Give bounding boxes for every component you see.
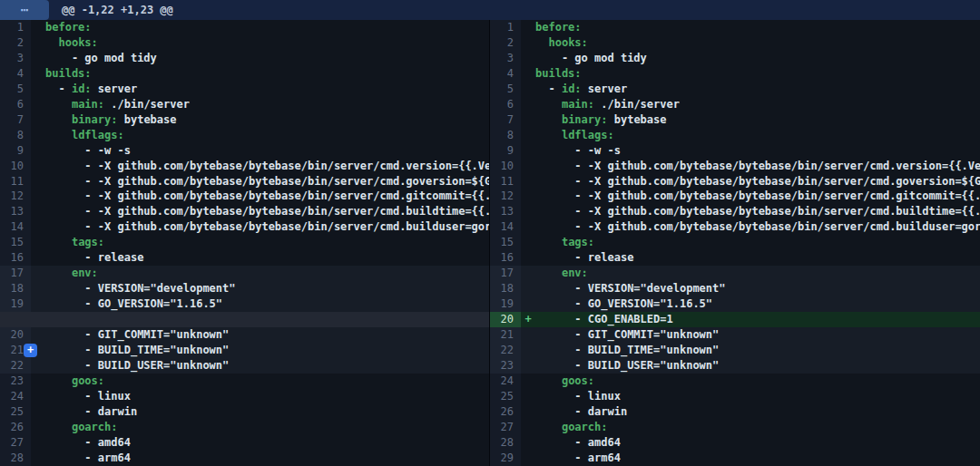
line-number[interactable]: 3 [490,51,521,66]
diff-marker [521,97,535,112]
line-number[interactable]: 14 [0,219,31,235]
diff-row: 26 goarch: [0,420,489,435]
line-number[interactable]: 17 [490,266,521,281]
line-number[interactable]: 12 [490,189,521,204]
code-line: - linux [535,389,980,404]
diff-row: 9 - -w -s [490,143,980,159]
line-number[interactable]: 23 [490,358,521,374]
line-number[interactable]: 1 [0,20,31,35]
line-number[interactable]: 21 [490,327,521,343]
diff-row: 2 hooks: [0,35,489,51]
line-number[interactable]: 15 [0,235,31,250]
code-line: - id: server [45,82,489,97]
add-comment-button[interactable]: + [24,344,37,357]
diff-marker [31,389,45,404]
code-line: env: [45,266,489,281]
line-number[interactable]: 5 [490,82,521,97]
line-number[interactable]: 13 [490,204,521,219]
code-line: builds: [45,66,489,82]
line-number[interactable]: 2 [490,35,521,51]
diff-marker [31,128,45,143]
line-number[interactable]: 7 [490,112,521,128]
yaml-key: main: [72,98,104,111]
line-number[interactable]: 27 [0,435,31,451]
diff-marker [521,250,535,266]
line-number[interactable]: 6 [0,97,31,112]
line-number[interactable]: 13 [0,204,31,219]
diff-marker [31,189,45,204]
code-line: - arm64 [535,451,980,466]
yaml-key: ldflags: [72,129,124,141]
line-number[interactable]: 16 [490,250,521,266]
line-number[interactable]: 20 [490,312,521,327]
line-number[interactable]: 25 [0,404,31,420]
diff-marker [31,312,45,327]
line-number[interactable]: 14 [490,219,521,235]
diff-marker [31,250,45,266]
line-number[interactable]: 18 [0,281,31,296]
code-line: - linux [45,389,489,404]
line-number[interactable]: 29 [490,451,521,466]
diff-marker [521,327,535,343]
diff-row: 4builds: [490,66,980,82]
diff-row: 3 - go mod tidy [490,51,980,66]
line-number[interactable]: 5 [0,82,31,97]
line-number[interactable]: 24 [0,389,31,404]
code-line: - -X github.com/bytebase/bytebase/bin/se… [45,219,490,235]
line-number[interactable]: 12 [0,189,31,204]
line-number[interactable]: 8 [490,128,521,143]
line-number[interactable]: 2 [0,35,31,51]
diff-marker [31,66,45,82]
expand-diff-button[interactable]: ⋯ [0,0,49,20]
line-number[interactable] [0,312,31,327]
code-line: - release [535,250,980,266]
yaml-key: goarch: [562,421,608,433]
line-number[interactable]: 23 [0,374,31,389]
line-number[interactable]: 4 [0,66,31,82]
diff-marker [521,51,535,66]
line-number[interactable]: 27 [490,420,521,435]
line-number[interactable]: 11 [490,174,521,189]
code-line: main: ./bin/server [45,97,489,112]
line-number[interactable]: 7 [0,112,31,128]
diff-marker [31,435,45,451]
line-number[interactable]: 19 [0,296,31,312]
line-number[interactable]: 11 [0,174,31,189]
line-number[interactable]: 26 [0,420,31,435]
code-line: - darwin [45,404,489,420]
line-number[interactable]: 8 [0,128,31,143]
line-number[interactable]: 20 [0,327,31,343]
line-number[interactable]: 28 [490,435,521,451]
code-line: env: [535,266,980,281]
line-number[interactable]: 22 [490,343,521,358]
diff-row: 14 - -X github.com/bytebase/bytebase/bin… [490,219,980,235]
line-number[interactable]: 18 [490,281,521,296]
diff-marker [31,82,45,97]
line-number[interactable]: 26 [490,404,521,420]
yaml-key: tags: [562,236,594,248]
line-number[interactable]: 25 [490,389,521,404]
line-number[interactable]: 28 [0,451,31,466]
line-number[interactable]: 22 [0,358,31,374]
code-line: - -X github.com/bytebase/bytebase/bin/se… [535,189,980,204]
diff-row: 7 binary: bytebase [490,112,980,128]
line-number[interactable]: 9 [490,143,521,159]
line-number[interactable]: 24 [490,374,521,389]
diff-marker [31,266,45,281]
code-line: - GIT_COMMIT="unknown" [45,327,489,343]
line-number[interactable]: 10 [0,159,31,174]
line-number[interactable]: 3 [0,51,31,66]
line-number[interactable]: 1 [490,20,521,35]
line-number[interactable]: 6 [490,97,521,112]
line-number[interactable]: 10 [490,159,521,174]
line-number[interactable]: 16 [0,250,31,266]
split-diff-view: ⋯ @@ -1,22 +1,23 @@ 1before:2 hooks:3 - … [0,0,980,466]
line-number[interactable]: 9 [0,143,31,159]
line-number[interactable]: 17 [0,266,31,281]
line-number[interactable]: 19 [490,296,521,312]
diff-row: 13 - -X github.com/bytebase/bytebase/bin… [490,204,980,219]
line-number[interactable]: 15 [490,235,521,250]
yaml-key: goarch: [72,421,118,433]
line-number[interactable]: 4 [490,66,521,82]
yaml-key: builds: [45,67,92,80]
